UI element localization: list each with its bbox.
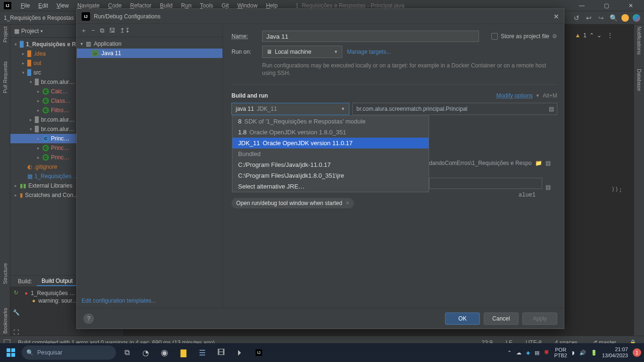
- tray-app-icon-1[interactable]: ◈: [526, 350, 530, 356]
- tree-scratches[interactable]: Scratches and Con…: [25, 192, 79, 198]
- tool-bookmarks-tab[interactable]: Bookmarks: [2, 308, 8, 334]
- battery-icon[interactable]: 🔋: [591, 350, 597, 356]
- tree-iml[interactable]: 1_Requisições …: [34, 173, 79, 180]
- config-java11-node[interactable]: ▭Java 11: [77, 49, 223, 58]
- tray-chevron-up-icon[interactable]: ⌃: [507, 350, 512, 356]
- forward-icon[interactable]: ↪: [597, 14, 605, 22]
- tree-src[interactable]: src: [33, 69, 41, 76]
- ok-button[interactable]: OK: [445, 313, 480, 325]
- tree-gitignore[interactable]: .gitignore: [34, 164, 57, 170]
- store-as-project-checkbox[interactable]: [491, 33, 498, 40]
- tool-database-tab[interactable]: Database: [636, 69, 642, 91]
- help-icon[interactable]: ?: [83, 313, 94, 324]
- build-line-warning[interactable]: warning: sour…: [38, 297, 78, 304]
- manage-targets-link[interactable]: Manage targets...: [347, 49, 391, 55]
- expand-field-icon[interactable]: ▤: [549, 106, 554, 112]
- jdk-option-8[interactable]: 8SDK of '1_Requisições e Respostas' modu…: [232, 116, 429, 127]
- minimize-button[interactable]: —: [572, 2, 591, 9]
- notification-center-icon[interactable]: 1: [633, 348, 641, 357]
- jdk-option-path2[interactable]: C:\Program Files\Java\jdk1.8.0_351\jre: [232, 170, 429, 181]
- clock[interactable]: 21:0713/04/2023: [602, 346, 628, 359]
- language-indicator[interactable]: PORPTB2: [554, 347, 567, 358]
- tree-principal3[interactable]: Princ…: [51, 154, 69, 161]
- tree-root[interactable]: 1_Requisições e R…: [26, 41, 82, 48]
- task-view-icon[interactable]: ⧉: [119, 346, 135, 360]
- run-on-dropdown[interactable]: 🖥 Local machine▼: [262, 46, 342, 58]
- jdk-option-path1[interactable]: C:/Program Files/Java/jdk-11.0.17: [232, 159, 429, 170]
- tree-principal2[interactable]: Princ…: [51, 145, 69, 151]
- jdk-option-18[interactable]: 1.8Oracle OpenJDK version 1.8.0_351: [232, 127, 429, 138]
- tree-calc[interactable]: Calc…: [51, 88, 68, 95]
- build-filter-icon[interactable]: ⛶: [13, 329, 19, 336]
- jdk-option-select-alt[interactable]: Select alternative JRE…: [232, 181, 429, 192]
- save-config-icon[interactable]: 🖫: [109, 27, 115, 34]
- apply-button[interactable]: Apply: [522, 313, 557, 325]
- menu-edit[interactable]: Edit: [34, 1, 52, 10]
- taskbar-search[interactable]: 🔍 Pesquisar: [22, 346, 116, 360]
- tray-security-icon[interactable]: ⛊: [544, 350, 549, 355]
- config-tree[interactable]: ▾▥Application ▭Java 11: [77, 37, 223, 294]
- config-name-input[interactable]: [262, 31, 479, 42]
- chevron-up-icon[interactable]: ⌃: [589, 32, 594, 39]
- edit-templates-link[interactable]: Edit configuration templates...: [77, 294, 223, 308]
- sync-icon[interactable]: ↺: [572, 14, 581, 22]
- media-app-icon[interactable]: 🎞: [213, 346, 229, 360]
- tree-class[interactable]: Class…: [51, 98, 71, 104]
- tree-pkg3[interactable]: br.com.alur…: [41, 126, 74, 132]
- config-app-node[interactable]: ▾▥Application: [77, 39, 223, 49]
- jdk-option-bundled[interactable]: Bundled: [232, 148, 429, 159]
- move-up-icon[interactable]: ↥↧: [120, 27, 130, 34]
- inspections-widget[interactable]: ▲ 1 ⌃ ⌄ ⋮: [575, 32, 613, 39]
- dialog-close-button[interactable]: ✕: [553, 13, 559, 20]
- project-header-label[interactable]: Project: [21, 28, 39, 34]
- tool-pull-requests-tab[interactable]: Pull Requests: [2, 61, 8, 93]
- tree-pkg1[interactable]: br.com.alur…: [41, 79, 74, 85]
- open-tool-window-chip[interactable]: Open run/debug tool window when started×: [231, 198, 354, 208]
- expand-field-icon[interactable]: ▤: [545, 160, 551, 166]
- close-button[interactable]: ✕: [621, 2, 640, 9]
- media-player-icon[interactable]: ⏵: [232, 346, 248, 360]
- file-explorer-icon[interactable]: ▇: [175, 346, 191, 360]
- maximize-button[interactable]: ▢: [597, 2, 616, 9]
- volume-icon[interactable]: 🔊: [579, 350, 586, 356]
- expand-field-icon[interactable]: ▤: [545, 184, 551, 190]
- more-icon[interactable]: ⋮: [607, 32, 613, 39]
- chip-remove-icon[interactable]: ×: [346, 200, 349, 206]
- build-output-tab[interactable]: Build Output: [37, 277, 77, 286]
- rerun-icon[interactable]: ↻: [14, 289, 18, 296]
- tree-principal-sel[interactable]: Princ…: [51, 135, 69, 142]
- browse-folder-icon[interactable]: 📁: [535, 160, 542, 166]
- taskbar-app-1[interactable]: ◔: [138, 346, 154, 360]
- jdk-dropdown[interactable]: java 11 JDK_11 ▼ 8SDK of '1_Requisições …: [231, 103, 349, 115]
- chrome-icon[interactable]: ◉: [157, 346, 173, 360]
- tool-structure-tab[interactable]: Structure: [2, 263, 8, 284]
- start-button[interactable]: [3, 346, 19, 359]
- build-wrench-icon[interactable]: 🔧: [13, 309, 20, 316]
- code-with-me-icon[interactable]: [633, 14, 640, 22]
- tree-ext-libs[interactable]: External Libraries: [28, 182, 72, 189]
- menu-view[interactable]: View: [53, 1, 73, 10]
- cancel-button[interactable]: Cancel: [484, 313, 519, 325]
- gear-icon[interactable]: ⚙: [552, 33, 557, 40]
- tree-out[interactable]: out: [33, 60, 41, 66]
- search-everywhere-icon[interactable]: 🔍: [609, 14, 618, 22]
- main-class-field[interactable]: br.com.alura.screenmatch.principal.Princ…: [352, 103, 557, 115]
- chevron-down-icon[interactable]: ⌄: [597, 32, 602, 39]
- notes-app-icon[interactable]: ☰: [194, 346, 210, 360]
- wifi-icon[interactable]: ◗: [572, 350, 575, 356]
- modify-options-link[interactable]: Modify options: [496, 92, 533, 99]
- breadcrumb[interactable]: 1_Requisições e Respostas: [4, 15, 74, 21]
- build-line-project[interactable]: 1_Requisições …: [31, 290, 75, 296]
- add-config-icon[interactable]: ＋: [81, 26, 87, 35]
- tray-app-icon-2[interactable]: ▤: [535, 350, 539, 356]
- tool-notifications-tab[interactable]: Notifications: [636, 26, 642, 55]
- intellij-taskbar-icon[interactable]: IJ: [251, 346, 267, 360]
- back-icon[interactable]: ↩: [585, 14, 593, 22]
- tool-project-tab[interactable]: Project: [2, 26, 8, 42]
- tree-idea[interactable]: .idea: [33, 50, 46, 57]
- ide-updates-icon[interactable]: [621, 14, 629, 22]
- menu-file[interactable]: File: [17, 1, 33, 10]
- jdk-option-jdk11[interactable]: JDK_11Oracle OpenJDK version 11.0.17: [232, 138, 429, 148]
- tray-onedrive-icon[interactable]: ☁: [516, 350, 521, 356]
- tree-pkg2[interactable]: br.com.alur…: [41, 116, 74, 123]
